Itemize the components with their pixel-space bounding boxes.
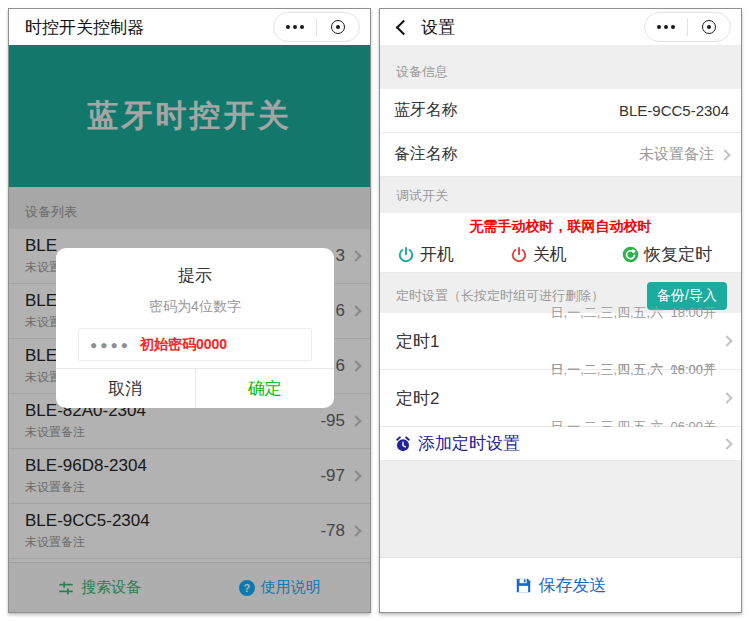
time-sync-warning: 无需手动校时，联网自动校时 xyxy=(380,218,741,236)
background-filler xyxy=(380,461,741,557)
password-modal: 提示 密码为4位数字 ●●●● 初始密码0000 取消 确定 xyxy=(56,248,334,408)
bluetooth-name-row: 蓝牙名称 BLE-9CC5-2304 xyxy=(380,89,741,133)
target-circle-icon xyxy=(702,20,716,34)
right-titlebar: 设置 xyxy=(380,9,741,45)
add-timer-row[interactable]: 添加定时设置 xyxy=(380,427,741,461)
alarm-clock-icon xyxy=(394,435,412,453)
floppy-save-icon xyxy=(515,577,532,594)
password-dots: ●●●● xyxy=(90,338,131,352)
power-off-label: 关机 xyxy=(533,243,567,266)
chevron-right-icon xyxy=(721,335,732,346)
password-input[interactable]: ●●●● 初始密码0000 xyxy=(78,328,312,361)
timer-on-line: 日,一,二,三,四,五,六 18:00开 xyxy=(551,303,716,322)
chevron-right-icon xyxy=(721,392,732,403)
chevron-right-icon xyxy=(719,149,730,160)
more-menu-button[interactable] xyxy=(645,13,687,41)
close-minimize-button[interactable] xyxy=(688,13,730,41)
timer-on-line: 日,一,二,三,四,五,六 18:00开 xyxy=(551,360,716,379)
password-hint: 初始密码0000 xyxy=(140,336,227,354)
save-send-label: 保存发送 xyxy=(539,574,607,597)
power-on-button[interactable]: 开机 xyxy=(397,243,510,266)
back-chevron-icon[interactable] xyxy=(396,19,412,35)
restore-timer-label: 恢复定时 xyxy=(644,243,712,266)
remark-name-label: 备注名称 xyxy=(394,144,458,165)
power-off-button[interactable]: 关机 xyxy=(510,243,623,266)
modal-buttons: 取消 确定 xyxy=(56,368,334,408)
add-timer-label: 添加定时设置 xyxy=(418,432,520,455)
bluetooth-name-label: 蓝牙名称 xyxy=(394,100,458,121)
timer-row[interactable]: 定时2 日,一,二,三,四,五,六 18:00开 日,一,二,三,四,五,六 0… xyxy=(380,370,741,427)
remark-name-value: 未设置备注 xyxy=(639,145,714,164)
debug-switch-header: 调试开关 xyxy=(380,177,741,213)
two-screen-layout: 时控开关控制器 蓝牙时控开关 设备列表 BLE未设置备注 3 BLE未设置备注 … xyxy=(0,0,750,621)
timer-label: 定时2 xyxy=(396,387,439,410)
remark-name-row[interactable]: 备注名称 未设置备注 xyxy=(380,133,741,177)
left-page-title: 时控开关控制器 xyxy=(25,16,144,39)
power-on-label: 开机 xyxy=(420,243,454,266)
settings-screen: 设置 设备信息 蓝牙名称 BLE-9CC5-2304 备注名称 未设置备注 调试… xyxy=(379,8,742,613)
device-list-screen: 时控开关控制器 蓝牙时控开关 设备列表 BLE未设置备注 3 BLE未设置备注 … xyxy=(8,8,371,613)
more-dots-icon xyxy=(657,25,675,29)
device-info-header: 设备信息 xyxy=(380,45,741,89)
close-minimize-button[interactable] xyxy=(317,13,359,41)
bluetooth-name-value: BLE-9CC5-2304 xyxy=(619,102,729,119)
left-titlebar: 时控开关控制器 xyxy=(9,9,370,45)
debug-buttons-row: 开机 关机 恢复定时 xyxy=(380,236,741,266)
restore-timer-button[interactable]: 恢复定时 xyxy=(622,243,735,266)
wechat-capsule xyxy=(273,12,360,42)
cancel-button[interactable]: 取消 xyxy=(56,369,196,408)
save-send-button[interactable]: 保存发送 xyxy=(380,557,741,612)
right-page-title: 设置 xyxy=(421,16,455,39)
power-on-icon xyxy=(397,246,415,264)
modal-subtitle: 密码为4位数字 xyxy=(56,298,334,316)
timer-label: 定时1 xyxy=(396,330,439,353)
modal-title: 提示 xyxy=(56,264,334,287)
target-circle-icon xyxy=(331,20,345,34)
confirm-button[interactable]: 确定 xyxy=(196,369,335,408)
wechat-capsule xyxy=(644,12,731,42)
chevron-right-icon xyxy=(721,438,732,449)
debug-switch-panel: 无需手动校时，联网自动校时 开机 关机 恢复定时 xyxy=(380,213,741,273)
restore-refresh-icon xyxy=(622,246,639,263)
power-off-icon xyxy=(510,246,528,264)
more-menu-button[interactable] xyxy=(274,13,316,41)
more-dots-icon xyxy=(286,25,304,29)
